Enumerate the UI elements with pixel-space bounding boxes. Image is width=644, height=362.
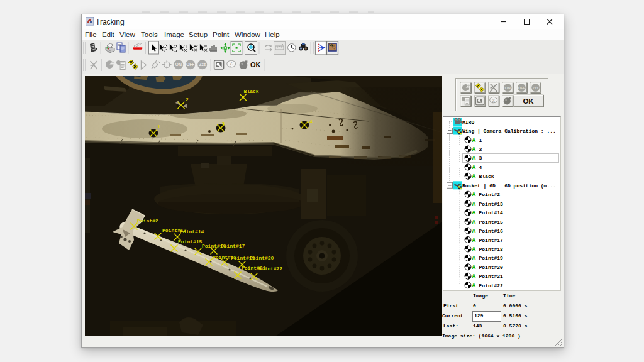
- svg-text:Point#17: Point#17: [479, 238, 504, 243]
- svg-text:ON: ON: [505, 86, 511, 90]
- svg-text:A: A: [472, 200, 476, 207]
- svg-text:A: A: [472, 282, 476, 289]
- svg-text:Point#16: Point#16: [479, 228, 504, 234]
- svg-text:MIRO: MIRO: [462, 119, 474, 125]
- svg-text:A: A: [472, 164, 476, 171]
- svg-text:Point#2: Point#2: [479, 192, 501, 197]
- svg-text:A: A: [472, 237, 476, 244]
- svg-text:3: 3: [479, 155, 482, 161]
- svg-text:OFF: OFF: [186, 62, 194, 67]
- svg-text:1: 1: [157, 124, 160, 129]
- svg-text:A: A: [472, 246, 476, 253]
- svg-text:Zzz: Zzz: [199, 62, 206, 67]
- svg-text:Point#14: Point#14: [479, 210, 504, 216]
- svg-text:1: 1: [479, 138, 482, 143]
- svg-text:A: A: [472, 228, 476, 234]
- svg-text:A: A: [472, 273, 476, 280]
- svg-text:2: 2: [186, 97, 189, 102]
- svg-text:A: A: [472, 255, 476, 261]
- svg-text:OK: OK: [523, 97, 534, 105]
- svg-text:Point#22: Point#22: [258, 266, 283, 272]
- svg-text:OFF: OFF: [518, 86, 526, 90]
- svg-text:3: 3: [222, 121, 225, 126]
- svg-text:A: A: [472, 173, 476, 180]
- svg-text:Zzz: Zzz: [533, 86, 538, 90]
- svg-text:Point#15: Point#15: [479, 219, 504, 225]
- svg-text:A: A: [472, 191, 476, 198]
- svg-text:A: A: [472, 137, 476, 144]
- svg-text:A: A: [472, 209, 476, 216]
- svg-text:Point#2: Point#2: [137, 218, 158, 224]
- svg-text:4: 4: [309, 119, 313, 124]
- svg-text:Point#13: Point#13: [479, 201, 504, 207]
- svg-text:Point#18: Point#18: [479, 246, 504, 252]
- svg-text:Point#22: Point#22: [479, 283, 504, 288]
- svg-text:A: A: [472, 264, 476, 271]
- svg-text:Wing | Camera Calibration : ..: Wing | Camera Calibration : ...: [462, 128, 556, 134]
- svg-text:Point#21: Point#21: [479, 273, 504, 279]
- svg-text:Black: Black: [244, 89, 259, 94]
- svg-text:Point#15: Point#15: [178, 239, 203, 244]
- svg-text:2: 2: [479, 146, 482, 152]
- svg-text:Rocket | 6D : 6D position (m..: Rocket | 6D : 6D position (m...: [462, 183, 556, 189]
- svg-text:Z: Z: [492, 98, 495, 103]
- svg-text:Point#14: Point#14: [180, 229, 204, 234]
- svg-text:Z: Z: [230, 61, 233, 67]
- svg-text:Point#17: Point#17: [221, 243, 245, 249]
- svg-text:A: A: [472, 219, 476, 226]
- svg-text:4: 4: [479, 165, 482, 170]
- svg-text:Black: Black: [479, 173, 494, 179]
- svg-text:OK: OK: [250, 61, 261, 69]
- svg-text:A: A: [472, 146, 476, 153]
- svg-text:Point#19: Point#19: [479, 255, 504, 261]
- svg-text:Point#20: Point#20: [479, 265, 504, 270]
- svg-text:Point#20: Point#20: [250, 255, 274, 261]
- svg-text:A: A: [472, 155, 476, 162]
- svg-text:ON: ON: [175, 62, 182, 67]
